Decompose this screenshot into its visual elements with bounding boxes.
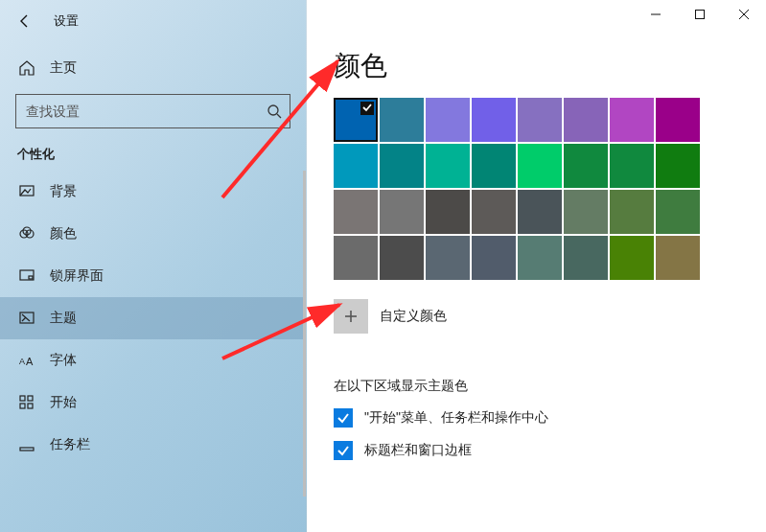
color-swatch[interactable]: [426, 236, 470, 280]
custom-color-row: 自定义颜色: [334, 299, 766, 334]
color-swatch[interactable]: [334, 236, 378, 280]
sidebar-item-3[interactable]: 主题: [0, 297, 306, 339]
color-swatch[interactable]: [380, 190, 424, 234]
color-swatch[interactable]: [380, 144, 424, 188]
color-swatch[interactable]: [656, 98, 700, 142]
color-swatch[interactable]: [656, 144, 700, 188]
svg-rect-13: [20, 404, 25, 408]
search-wrap: [15, 94, 290, 128]
accent-option-label: 标题栏和窗口边框: [364, 442, 472, 459]
color-swatch[interactable]: [472, 190, 516, 234]
color-swatch[interactable]: [426, 190, 470, 234]
back-button[interactable]: [13, 10, 36, 33]
sidebar-item-label: 主题: [50, 310, 77, 327]
header: 设置: [0, 0, 306, 42]
accent-heading: 在以下区域显示主题色: [334, 378, 766, 395]
svg-rect-7: [29, 276, 33, 279]
accent-section: 在以下区域显示主题色 "开始"菜单、任务栏和操作中心标题栏和窗口边框: [334, 378, 766, 460]
custom-color-label: 自定义颜色: [380, 308, 447, 325]
accent-checkbox[interactable]: [334, 441, 353, 460]
color-swatch[interactable]: [472, 144, 516, 188]
accent-option-label: "开始"菜单、任务栏和操作中心: [364, 409, 548, 427]
main-panel: 颜色 自定义颜色 在以下区域显示主题色 "开始"菜单、任务栏和操作中心标题栏和窗…: [307, 0, 766, 532]
svg-rect-15: [20, 448, 34, 451]
sidebar-item-icon: [17, 309, 36, 328]
color-swatch[interactable]: [518, 190, 562, 234]
sidebar-item-icon: [17, 182, 36, 201]
color-swatch[interactable]: [334, 144, 378, 188]
accent-option-1: 标题栏和窗口边框: [334, 441, 766, 460]
sidebar-nav: 背景颜色锁屏界面主题AA字体开始任务栏: [0, 171, 306, 466]
sidebar-section-label: 个性化: [17, 146, 289, 163]
color-swatch[interactable]: [518, 236, 562, 280]
color-swatch[interactable]: [610, 144, 654, 188]
sidebar-item-icon: [17, 393, 36, 412]
settings-window: 设置 主页 个性化 背景颜色锁屏界面主题AA字体开始任务栏: [0, 0, 766, 532]
color-swatch[interactable]: [656, 190, 700, 234]
sidebar-item-6[interactable]: 任务栏: [0, 424, 306, 466]
color-swatch[interactable]: [334, 190, 378, 234]
svg-rect-8: [20, 312, 34, 323]
sidebar-item-label: 颜色: [50, 225, 77, 243]
sidebar-item-label: 锁屏界面: [50, 267, 104, 285]
sidebar-item-5[interactable]: 开始: [0, 382, 306, 424]
svg-rect-14: [28, 404, 33, 408]
svg-rect-11: [20, 396, 25, 401]
color-swatch[interactable]: [564, 144, 608, 188]
color-swatch[interactable]: [564, 190, 608, 234]
sidebar-item-icon: [17, 266, 36, 286]
sidebar-item-2[interactable]: 锁屏界面: [0, 255, 306, 297]
sidebar: 设置 主页 个性化 背景颜色锁屏界面主题AA字体开始任务栏: [0, 0, 307, 532]
color-swatch[interactable]: [610, 190, 654, 234]
home-icon: [17, 58, 36, 78]
color-swatch[interactable]: [472, 98, 516, 142]
sidebar-item-icon: AA: [17, 351, 36, 370]
svg-rect-12: [28, 396, 33, 401]
sidebar-item-1[interactable]: 颜色: [0, 213, 306, 255]
color-swatch[interactable]: [656, 236, 700, 280]
window-title: 设置: [54, 12, 79, 30]
color-swatch[interactable]: [564, 236, 608, 280]
sidebar-item-0[interactable]: 背景: [0, 171, 306, 213]
color-swatch[interactable]: [380, 236, 424, 280]
scrollbar[interactable]: [303, 171, 306, 497]
add-custom-color-button[interactable]: [334, 299, 368, 334]
sidebar-home[interactable]: 主页: [0, 48, 306, 88]
main-content: 颜色 自定义颜色 在以下区域显示主题色 "开始"菜单、任务栏和操作中心标题栏和窗…: [307, 0, 766, 460]
color-swatch[interactable]: [472, 236, 516, 280]
sidebar-item-icon: [17, 224, 36, 243]
color-swatch[interactable]: [518, 98, 562, 142]
svg-text:A: A: [26, 356, 34, 367]
accent-checkbox[interactable]: [334, 408, 353, 428]
color-swatch-grid: [334, 98, 766, 280]
sidebar-item-4[interactable]: AA字体: [0, 339, 306, 382]
accent-option-0: "开始"菜单、任务栏和操作中心: [334, 408, 766, 428]
sidebar-item-label: 背景: [50, 183, 77, 200]
color-swatch[interactable]: [426, 144, 470, 188]
sidebar-item-label: 字体: [50, 352, 77, 369]
color-swatch[interactable]: [334, 98, 378, 142]
color-swatch[interactable]: [610, 98, 654, 142]
search-input[interactable]: [15, 94, 290, 128]
sidebar-home-label: 主页: [50, 59, 77, 77]
sidebar-item-label: 开始: [50, 394, 77, 411]
color-swatch[interactable]: [380, 98, 424, 142]
color-swatch[interactable]: [426, 98, 470, 142]
svg-text:A: A: [19, 357, 25, 366]
sidebar-item-icon: [17, 435, 36, 454]
color-swatch[interactable]: [610, 236, 654, 280]
page-title: 颜色: [334, 48, 766, 84]
svg-rect-2: [20, 186, 34, 196]
sidebar-item-label: 任务栏: [50, 436, 90, 453]
color-swatch[interactable]: [564, 98, 608, 142]
color-swatch[interactable]: [518, 144, 562, 188]
